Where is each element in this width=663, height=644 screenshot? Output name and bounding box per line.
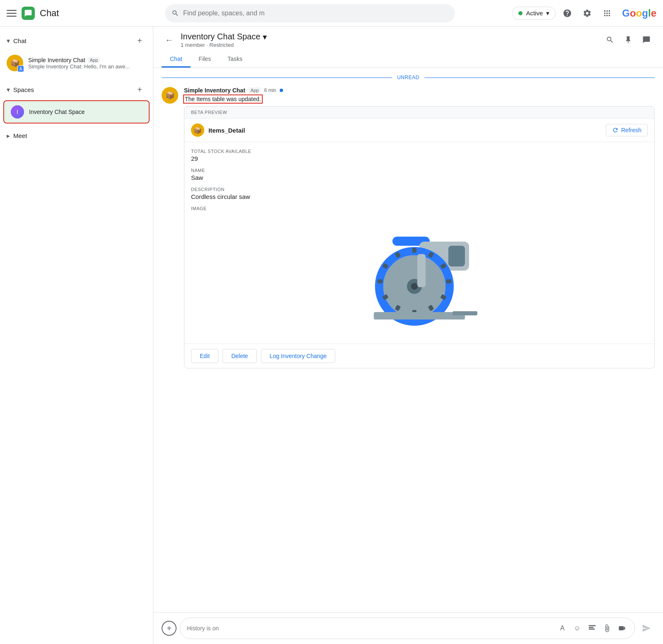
unread-divider: UNREAD	[162, 68, 655, 84]
settings-button[interactable]	[579, 5, 595, 22]
input-box[interactable]: A ☺	[180, 617, 635, 639]
message-input[interactable]	[187, 625, 553, 632]
card-title: Items_Detail	[208, 127, 245, 134]
svg-rect-8	[412, 248, 416, 253]
chat-section-header[interactable]: ▾ Chat +	[0, 27, 153, 51]
chat-messages-area: UNREAD 📦 Simple Inventory Chat App 6 min…	[153, 68, 663, 612]
message-time: 6 min	[264, 87, 276, 93]
card-field-value-total-stock: 29	[191, 155, 648, 162]
refresh-button[interactable]: Refresh	[606, 124, 648, 136]
message-row: 📦 Simple Inventory Chat App 6 min The It…	[162, 84, 655, 375]
delete-button[interactable]: Delete	[223, 349, 256, 363]
chat-chevron-icon: ▾	[7, 37, 10, 45]
unread-dot	[280, 89, 283, 92]
card-field-total-stock: TOTAL STOCK AVAILABLE 29	[191, 149, 648, 162]
message-input-area: + A ☺	[153, 612, 663, 644]
message-app-tag: App	[249, 87, 261, 93]
card-field-label-name: NAME	[191, 168, 648, 173]
tab-tasks[interactable]: Tasks	[219, 51, 251, 68]
content-header-left: ← Inventory Chat Space ▾ 1 member · Rest…	[162, 32, 267, 48]
mention-icon[interactable]	[586, 622, 598, 634]
card-field-label-image: IMAGE	[191, 206, 648, 211]
space-subtitle: 1 member · Restricted	[181, 42, 267, 48]
unread-line-right	[424, 77, 655, 78]
log-inventory-change-button[interactable]: Log Inventory Change	[261, 349, 336, 363]
tab-chat[interactable]: Chat	[162, 51, 191, 68]
new-message-button[interactable]	[638, 31, 655, 48]
input-row: + A ☺	[162, 617, 655, 639]
help-button[interactable]	[559, 5, 576, 22]
grid-apps-button[interactable]	[599, 5, 615, 22]
back-button[interactable]: ←	[162, 32, 177, 47]
chat-section-label-area: ▾ Chat	[7, 37, 27, 45]
message-content: Simple Inventory Chat App 6 min The Item…	[184, 87, 655, 372]
search-bar[interactable]	[165, 4, 455, 22]
video-icon[interactable]	[616, 622, 628, 634]
spaces-section-label: Spaces	[13, 86, 34, 93]
add-chat-button[interactable]: +	[133, 34, 146, 47]
card-actions: Edit Delete Log Inventory Change	[184, 344, 654, 368]
meet-chevron-icon: ▸	[7, 132, 10, 140]
app-title: Chat	[40, 8, 59, 19]
card-beta-label: BETA PREVIEW	[184, 107, 654, 119]
title-chevron-icon[interactable]: ▾	[263, 32, 267, 42]
format-text-icon[interactable]: A	[557, 622, 568, 634]
space-title: Inventory Chat Space ▾	[181, 32, 267, 42]
card-field-label-total-stock: TOTAL STOCK AVAILABLE	[191, 149, 648, 154]
unread-line-left	[162, 77, 392, 78]
card-field-description: DESCRIPTION Cordless circular saw	[191, 187, 648, 200]
edit-button[interactable]: Edit	[191, 349, 218, 363]
active-dot	[518, 11, 523, 15]
card-icon: 📦	[191, 123, 204, 137]
pin-button[interactable]	[620, 31, 636, 48]
content-header: ← Inventory Chat Space ▾ 1 member · Rest…	[153, 27, 663, 68]
message-header: Simple Inventory Chat App 6 min	[184, 87, 655, 94]
main-layout: ▾ Chat + 📦 A Simple Inventory Chat App S…	[0, 27, 663, 644]
content-header-actions	[602, 31, 655, 48]
tab-files[interactable]: Files	[191, 51, 220, 68]
add-message-button[interactable]: +	[162, 621, 177, 636]
chat-section-label: Chat	[13, 37, 27, 44]
space-avatar: I	[11, 105, 24, 119]
items-detail-card: BETA PREVIEW 📦 Items_Detail Refresh	[184, 106, 655, 368]
refresh-label: Refresh	[621, 127, 641, 133]
message-sender: Simple Inventory Chat	[184, 87, 245, 94]
hamburger-menu-icon[interactable]	[7, 8, 17, 18]
chat-item-avatar: 📦 A	[7, 55, 23, 71]
content-header-top: ← Inventory Chat Space ▾ 1 member · Rest…	[162, 31, 655, 48]
attach-icon[interactable]	[601, 622, 613, 634]
card-field-image: IMAGE	[191, 206, 648, 211]
message-avatar: 📦	[162, 87, 178, 104]
refresh-icon	[612, 127, 619, 133]
svg-rect-20	[374, 312, 465, 320]
chat-item-text: Simple Inventory Chat App Simple Invento…	[28, 57, 146, 70]
card-field-name: NAME Saw	[191, 168, 648, 181]
inventory-chat-space-item[interactable]: I Inventory Chat Space	[3, 100, 150, 123]
active-status-button[interactable]: Active ▾	[512, 7, 556, 20]
meet-header[interactable]: ▸ Meet	[7, 132, 146, 140]
card-body: TOTAL STOCK AVAILABLE 29 NAME Saw DESCRI…	[184, 142, 654, 344]
content-area: ← Inventory Chat Space ▾ 1 member · Rest…	[153, 27, 663, 644]
app-logo	[22, 7, 35, 20]
svg-rect-24	[589, 627, 594, 628]
add-space-button[interactable]: +	[133, 83, 146, 96]
svg-rect-11	[446, 279, 451, 283]
chat-app-tag: App	[88, 57, 100, 63]
sidebar: ▾ Chat + 📦 A Simple Inventory Chat App S…	[0, 27, 153, 644]
card-field-value-description: Cordless circular saw	[191, 193, 648, 200]
emoji-icon[interactable]: ☺	[571, 622, 583, 634]
simple-inventory-chat-item[interactable]: 📦 A Simple Inventory Chat App Simple Inv…	[0, 51, 153, 75]
search-icon	[172, 10, 179, 17]
chat-item-preview: Simple Inventory Chat: Hello, I'm an awe…	[28, 63, 146, 70]
meet-section-label: Meet	[13, 132, 27, 139]
saw-image-area	[191, 217, 648, 337]
svg-rect-22	[417, 254, 426, 287]
topbar: Chat Active ▾ Google	[0, 0, 663, 27]
search-input[interactable]	[183, 10, 448, 17]
chat-item-name: Simple Inventory Chat App	[28, 57, 146, 63]
card-header-left: 📦 Items_Detail	[191, 123, 245, 137]
send-button[interactable]	[638, 620, 655, 637]
header-search-button[interactable]	[602, 31, 618, 48]
svg-rect-21	[452, 311, 477, 315]
spaces-section-header[interactable]: ▾ Spaces +	[0, 75, 153, 99]
